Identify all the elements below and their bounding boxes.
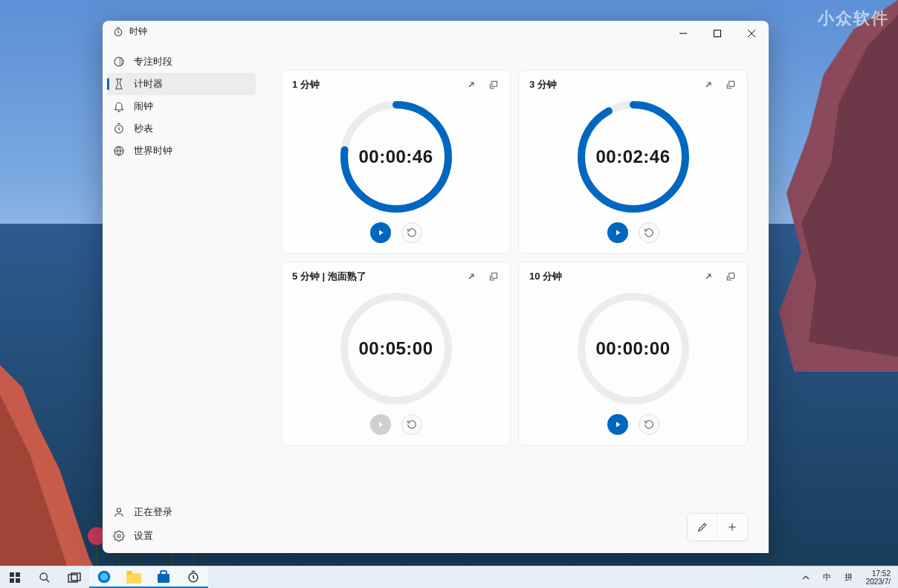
sidebar-item-label: 世界时钟	[134, 144, 172, 158]
sidebar-item-settings[interactable]: 设置	[107, 525, 256, 547]
timer-dial: 00:00:46	[337, 97, 456, 216]
timer-dial: 00:02:46	[574, 97, 693, 216]
sidebar-item-label: 秒表	[134, 122, 153, 135]
mountain-right-decoration	[764, 0, 898, 372]
timer-time-display: 00:02:46	[574, 97, 693, 216]
search-button[interactable]	[30, 566, 59, 588]
minimize-button[interactable]	[666, 22, 700, 45]
sidebar-item-alarm[interactable]: 闹钟	[107, 95, 256, 117]
svg-rect-45	[161, 571, 167, 575]
svg-rect-26	[492, 273, 497, 278]
timer-time-display: 00:00:00	[574, 289, 693, 408]
tray-clock[interactable]: 17:52 2023/7/	[863, 569, 894, 586]
sidebar-item-label: 计时器	[134, 77, 163, 91]
alarm-icon	[113, 100, 125, 112]
clock-app-window: 时钟 专注时段计时器闹钟秒表世界时钟 正在登录设置 1 分钟	[103, 21, 769, 553]
timer-dial: 00:05:00	[337, 289, 456, 408]
sidebar-item-label: 设置	[134, 529, 153, 543]
tray-chevron-icon[interactable]	[799, 574, 813, 581]
focus-icon	[113, 56, 125, 68]
timer-time-display: 00:05:00	[337, 289, 456, 408]
svg-point-36	[40, 573, 47, 580]
titlebar[interactable]: 时钟	[103, 21, 769, 45]
timer-time-display: 00:00:46	[337, 97, 456, 216]
sidebar-item-label: 闹钟	[134, 100, 153, 113]
svg-point-41	[100, 573, 108, 581]
content-area: 1 分钟 00:00:46 3 分钟	[260, 45, 769, 553]
svg-rect-35	[16, 578, 20, 583]
maximize-button[interactable]	[700, 22, 734, 45]
stopwatch-icon	[113, 123, 125, 135]
sidebar-item-timer[interactable]: 计时器	[107, 73, 256, 95]
sidebar-item-focus[interactable]: 专注时段	[107, 51, 256, 73]
user-icon	[113, 506, 125, 518]
world-icon	[113, 145, 125, 157]
svg-rect-32	[10, 572, 14, 577]
timer-dial: 00:00:00	[574, 289, 693, 408]
sidebar-item-label: 正在登录	[134, 505, 172, 519]
add-button[interactable]	[717, 514, 747, 540]
svg-rect-20	[492, 81, 497, 86]
start-button[interactable]	[0, 566, 30, 588]
sidebar-item-world[interactable]: 世界时钟	[107, 140, 256, 162]
timer-card[interactable]: 5 分钟 | 泡面熟了 00:05:00	[281, 262, 511, 446]
svg-rect-42	[126, 573, 141, 584]
sidebar-item-label: 专注时段	[134, 55, 172, 68]
sidebar-item-user[interactable]: 正在登录	[107, 501, 256, 523]
sidebar: 专注时段计时器闹钟秒表世界时钟 正在登录设置	[103, 45, 260, 553]
taskview-button[interactable]	[59, 566, 89, 588]
timer-icon	[113, 78, 125, 90]
svg-point-19	[117, 534, 120, 537]
settings-icon	[113, 530, 125, 542]
timer-card[interactable]: 10 分钟 00:00:00	[518, 262, 748, 446]
taskbar[interactable]: 中 拼 17:52 2023/7/	[0, 566, 898, 588]
taskbar-explorer[interactable]	[119, 566, 149, 588]
taskbar-edge[interactable]	[89, 566, 119, 588]
svg-line-37	[46, 579, 49, 582]
svg-rect-34	[10, 578, 14, 583]
svg-rect-28	[729, 273, 734, 278]
svg-rect-33	[16, 572, 20, 577]
taskbar-store[interactable]	[149, 566, 178, 588]
window-title: 时钟	[129, 25, 147, 38]
edit-button[interactable]	[688, 514, 717, 540]
timer-card[interactable]: 3 分钟 00:02:46	[518, 70, 748, 254]
close-button[interactable]	[734, 22, 769, 45]
svg-rect-23	[729, 81, 734, 86]
tray-ime-mode[interactable]: 拼	[842, 572, 856, 583]
tray-ime-lang[interactable]: 中	[820, 572, 834, 583]
timer-card[interactable]: 1 分钟 00:00:46	[281, 70, 511, 254]
sidebar-item-stopwatch[interactable]: 秒表	[107, 117, 256, 140]
taskbar-clock[interactable]	[178, 566, 208, 588]
watermark-text: 小众软件	[818, 7, 889, 30]
svg-rect-43	[126, 571, 132, 575]
svg-rect-12	[714, 30, 721, 37]
action-pill	[687, 513, 748, 541]
svg-point-18	[117, 508, 120, 512]
tray-date-text: 2023/7/	[866, 578, 891, 586]
app-icon	[113, 27, 123, 37]
tray-time-text: 17:52	[872, 569, 891, 578]
